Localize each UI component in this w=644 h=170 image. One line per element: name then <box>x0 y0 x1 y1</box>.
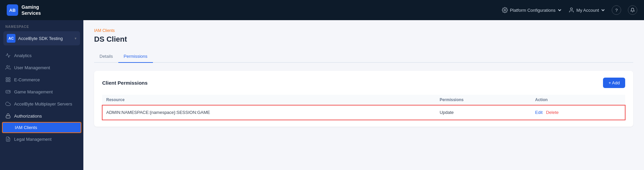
sidebar-item-legal-management-label: Legal Management <box>14 137 51 142</box>
svg-point-1 <box>6 66 8 67</box>
sidebar-item-analytics-label: Analytics <box>14 53 32 58</box>
platform-configurations-button[interactable]: Platform Configurations <box>502 7 562 13</box>
cloud-icon <box>5 101 11 107</box>
sidebar-item-user-management[interactable]: User Management <box>0 61 83 74</box>
cell-resource: ADMIN:NAMESPACE:{namespace}:SESSION:GAME <box>102 105 436 120</box>
user-icon <box>568 7 574 13</box>
bell-icon <box>630 8 635 12</box>
section-title: Client Permissions <box>102 80 148 86</box>
sidebar-item-game-management[interactable]: Game Management <box>0 86 83 98</box>
chart-icon <box>5 53 11 58</box>
namespace-label: NAMESPACE <box>0 20 83 31</box>
col-resource: Resource <box>102 95 436 105</box>
permissions-table: Resource Permissions Action ADMIN:NAMESP… <box>102 95 625 120</box>
document-icon <box>5 136 11 142</box>
cell-permissions: Update <box>436 105 531 120</box>
sidebar: NAMESPACE AC AccelByte SDK Testing ▾ Ana… <box>0 20 83 170</box>
edit-button[interactable]: Edit <box>535 110 542 115</box>
svg-rect-4 <box>6 80 8 82</box>
top-nav: AB Gaming Services Platform Configuratio… <box>0 0 644 20</box>
my-account-button[interactable]: My Account <box>568 7 605 13</box>
sidebar-item-authorizations-label: Authorizations <box>14 114 42 119</box>
namespace-name: AccelByte SDK Testing <box>18 36 72 41</box>
svg-rect-3 <box>8 78 10 79</box>
chevron-down-icon <box>601 8 605 12</box>
svg-point-7 <box>9 91 9 91</box>
sidebar-item-legal-management[interactable]: Legal Management <box>0 133 83 145</box>
chevron-down-icon <box>558 8 562 12</box>
table-body: ADMIN:NAMESPACE:{namespace}:SESSION:GAME… <box>102 105 625 120</box>
table-header: Resource Permissions Action <box>102 95 625 105</box>
namespace-chevron-icon: ▾ <box>75 36 77 41</box>
namespace-badge: AC <box>7 34 15 43</box>
tab-permissions[interactable]: Permissions <box>118 50 153 63</box>
svg-rect-2 <box>6 78 8 79</box>
sidebar-item-analytics[interactable]: Analytics <box>0 49 83 61</box>
namespace-selector[interactable]: AC AccelByte SDK Testing ▾ <box>3 31 80 45</box>
user-management-icon <box>5 65 11 70</box>
breadcrumb[interactable]: IAM Clients <box>94 28 633 33</box>
table-row: ADMIN:NAMESPACE:{namespace}:SESSION:GAME… <box>102 105 625 120</box>
sidebar-item-ecommerce-label: E-Commerce <box>14 77 40 82</box>
cell-action: EditDelete <box>531 105 625 120</box>
svg-point-8 <box>9 91 9 92</box>
svg-rect-5 <box>8 80 10 82</box>
add-button[interactable]: + Add <box>603 78 625 88</box>
main-content: IAM Clients DS Client Details Permission… <box>83 20 644 170</box>
help-button[interactable]: ? <box>612 5 621 15</box>
sidebar-item-authorizations[interactable]: Authorizations <box>0 110 83 122</box>
app-title: Gaming Services <box>22 4 41 16</box>
tabs: Details Permissions <box>94 50 633 63</box>
notifications-button[interactable] <box>628 5 637 15</box>
gear-icon <box>502 7 508 13</box>
sidebar-item-iam-clients-label: IAM Clients <box>15 125 37 130</box>
client-permissions-section: Client Permissions + Add Resource Permis… <box>94 71 633 127</box>
svg-rect-9 <box>6 116 10 118</box>
col-permissions: Permissions <box>436 95 531 105</box>
sidebar-item-iam-clients[interactable]: IAM Clients <box>2 122 81 133</box>
lock-icon <box>5 113 11 119</box>
sidebar-item-multiplayer-label: AccelByte Multiplayer Servers <box>14 101 72 107</box>
section-header: Client Permissions + Add <box>102 78 625 88</box>
app-logo: AB <box>7 4 18 16</box>
gamepad-icon <box>5 89 11 94</box>
col-action: Action <box>531 95 625 105</box>
svg-point-0 <box>570 8 572 10</box>
main-layout: NAMESPACE AC AccelByte SDK Testing ▾ Ana… <box>0 20 644 170</box>
sidebar-item-ecommerce[interactable]: E-Commerce <box>0 74 83 86</box>
sidebar-item-game-management-label: Game Management <box>14 89 53 94</box>
sidebar-item-user-management-label: User Management <box>14 65 50 70</box>
tab-details[interactable]: Details <box>94 50 118 63</box>
top-nav-right: Platform Configurations My Account ? <box>502 5 637 15</box>
page-title: DS Client <box>94 35 633 44</box>
grid-icon <box>5 77 11 82</box>
app-logo-area: AB Gaming Services <box>7 4 41 16</box>
delete-button[interactable]: Delete <box>546 110 559 115</box>
sidebar-item-multiplayer-servers[interactable]: AccelByte Multiplayer Servers <box>0 98 83 110</box>
